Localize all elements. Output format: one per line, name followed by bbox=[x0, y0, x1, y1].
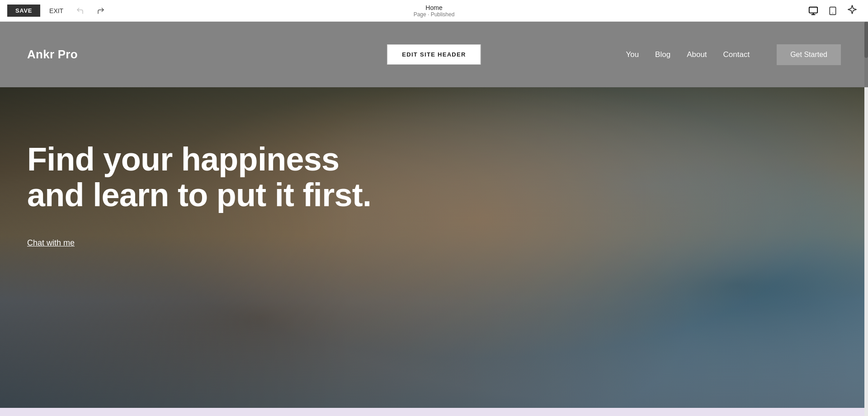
bottom-section-hint bbox=[0, 408, 864, 416]
toolbar: SAVE EXIT Home Page · Published bbox=[0, 0, 868, 22]
undo-icon bbox=[76, 7, 84, 15]
edit-site-header-button[interactable]: EDIT SITE HEADER bbox=[387, 44, 481, 65]
page-content: Ankr Pro EDIT SITE HEADER You Blog About… bbox=[0, 22, 868, 416]
toolbar-right bbox=[805, 3, 861, 19]
magic-icon bbox=[847, 5, 857, 14]
desktop-view-button[interactable] bbox=[805, 4, 822, 18]
magic-button[interactable] bbox=[844, 3, 861, 19]
page-name: Home bbox=[414, 4, 455, 11]
hero-cta: Chat with me bbox=[27, 238, 841, 248]
nav-link-about[interactable]: About bbox=[687, 50, 707, 59]
hero-section: Find your happiness and learn to put it … bbox=[0, 87, 868, 416]
undo-button[interactable] bbox=[72, 5, 88, 17]
site-nav: You Blog About Contact Get Started bbox=[626, 44, 841, 65]
tablet-icon bbox=[828, 6, 837, 16]
site-logo: Ankr Pro bbox=[27, 47, 78, 61]
save-button[interactable]: SAVE bbox=[7, 5, 40, 17]
hero-headline-line2: and learn to put it first. bbox=[27, 177, 371, 213]
svg-rect-0 bbox=[809, 7, 817, 13]
nav-link-blog[interactable]: Blog bbox=[655, 50, 670, 59]
toolbar-center: Home Page · Published bbox=[414, 4, 455, 18]
hero-headline: Find your happiness and learn to put it … bbox=[27, 142, 398, 213]
exit-button[interactable]: EXIT bbox=[46, 5, 67, 17]
hero-headline-line1: Find your happiness bbox=[27, 141, 339, 177]
page-status: Page · Published bbox=[414, 11, 455, 18]
hero-content: Find your happiness and learn to put it … bbox=[0, 87, 868, 248]
nav-link-contact[interactable]: Contact bbox=[723, 50, 750, 59]
chat-with-me-link[interactable]: Chat with me bbox=[27, 238, 75, 247]
site-header: Ankr Pro EDIT SITE HEADER You Blog About… bbox=[0, 22, 868, 87]
get-started-button[interactable]: Get Started bbox=[777, 44, 841, 65]
desktop-icon bbox=[808, 6, 818, 16]
redo-button[interactable] bbox=[93, 5, 108, 17]
nav-link-you[interactable]: You bbox=[626, 50, 639, 59]
redo-icon bbox=[97, 7, 105, 15]
toolbar-left: SAVE EXIT bbox=[7, 5, 108, 17]
tablet-view-button[interactable] bbox=[825, 4, 841, 18]
